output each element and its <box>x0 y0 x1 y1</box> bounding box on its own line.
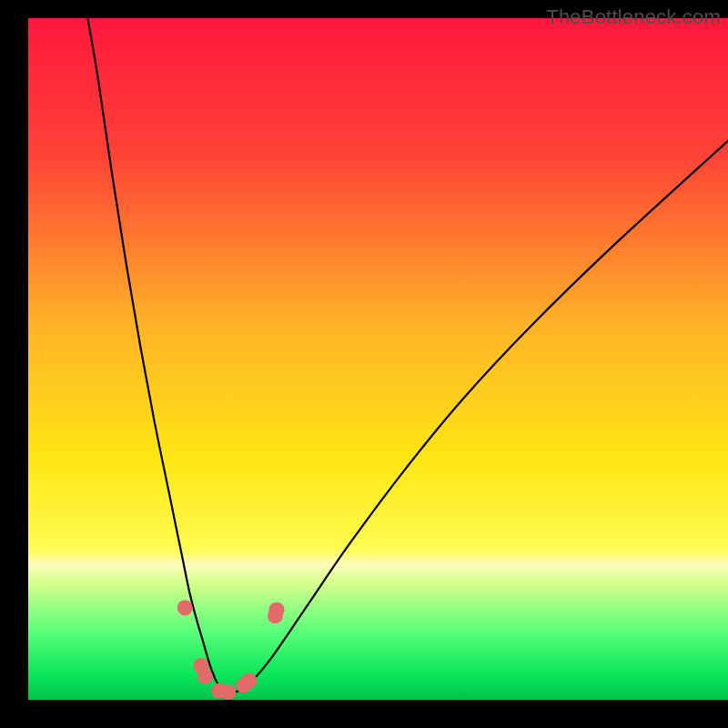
curve-point <box>220 684 236 700</box>
gradient-background <box>28 18 728 700</box>
curve-point <box>268 602 284 618</box>
curve-point <box>197 669 213 684</box>
watermark-text: TheBottleneck.com <box>546 5 721 29</box>
bottleneck-chart <box>28 0 728 700</box>
curve-point <box>177 600 193 615</box>
curve-point <box>242 673 258 689</box>
chart-frame: TheBottleneck.com <box>28 0 728 700</box>
